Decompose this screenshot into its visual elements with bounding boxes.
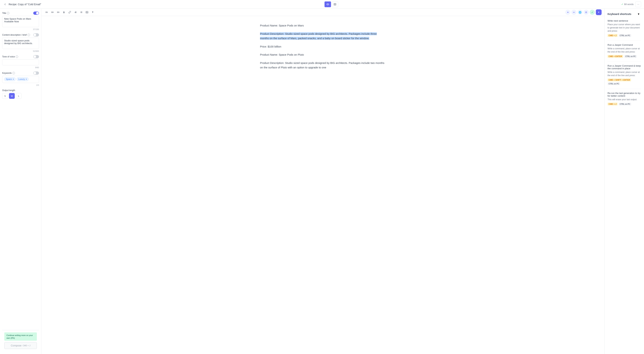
shortcut-desc-2: Write a command, place cursor at the end… <box>608 47 641 54</box>
progress-text: Continue writing more on your own (0%) <box>6 334 33 339</box>
header-left: Recipe: Copy of "Cold Email" <box>3 2 41 7</box>
shortcut-desc-3: Write a command, place cursor at the end… <box>608 71 641 77</box>
size-large-button[interactable]: L <box>16 93 22 99</box>
header-right: ✓ 68 words ··· <box>621 2 641 7</box>
h2-button[interactable]: H2 <box>50 10 55 15</box>
keywords-label: Keywords i <box>2 72 15 74</box>
title-label: Title i <box>2 12 9 15</box>
editor-document: Product Name: Space Pods on Mars Product… <box>260 23 386 70</box>
image-button[interactable] <box>84 10 90 15</box>
shortcut-desc-1: Place your cursor where you want to gene… <box>608 23 641 33</box>
svg-point-8 <box>80 12 81 12</box>
tone-label-row: Tone of voice i <box>2 55 39 58</box>
keywords-section: Keywords i Space × Luxury × 2/3 <box>2 71 39 86</box>
shortcut-key-ctrl-pc-4: CTRL on PC <box>619 103 631 105</box>
check-icon: ✓ <box>621 3 623 6</box>
svg-text:≡: ≡ <box>74 12 76 13</box>
page-title: Recipe: Copy of "Cold Email" <box>8 3 41 6</box>
shortcut-rerun: Re-run the last generation to try for be… <box>608 92 641 105</box>
paragraph-1: Product Name: Space Pods on Mars <box>260 23 386 28</box>
editor-toolbar-container: H1 H2 H3 B ≡ T ✦ ✏ <box>41 9 604 16</box>
title-input[interactable]: New Space Pods on Mars Available Now <box>2 16 39 27</box>
content-input[interactable]: Studio sized space pods designed by BIG … <box>2 38 39 49</box>
h3-button[interactable]: H3 <box>56 10 61 15</box>
back-button[interactable] <box>3 2 7 7</box>
sidebar-bottom: Continue writing more on your own (0%) C… <box>2 330 39 351</box>
svg-point-12 <box>80 13 81 13</box>
tone-input[interactable]: Friendly <box>2 59 39 65</box>
keywords-toggle[interactable] <box>33 71 39 75</box>
more-options-button[interactable]: ··· <box>636 2 641 7</box>
shortcut-key-cmd-j: CMD + J <box>608 34 618 37</box>
keywords-char-count: 2/3 <box>2 84 39 86</box>
shortcut-name-3: Run a Jasper Command & keep the command … <box>608 64 641 70</box>
ai-check-button[interactable]: ✓ <box>590 10 595 15</box>
ai-compose-button[interactable]: ▼ <box>596 9 602 15</box>
h1-button[interactable]: H1 <box>44 10 49 15</box>
keywords-label-row: Keywords i <box>2 71 39 75</box>
shortcut-key-cmd-enter: CMD + ENTER <box>608 55 623 58</box>
keywords-input[interactable]: Space × Luxury × <box>2 76 39 83</box>
ordered-list-button[interactable]: ≡ <box>73 10 78 15</box>
size-small-button[interactable]: S <box>2 93 8 99</box>
keywords-info-icon[interactable]: i <box>12 72 15 74</box>
collapse-panel-button[interactable]: ▼ <box>636 12 641 17</box>
title-label-row: Title i <box>2 12 39 15</box>
editor-content[interactable]: Product Name: Space Pods on Mars Product… <box>41 16 604 354</box>
title-toggle[interactable] <box>33 12 39 15</box>
content-toggle[interactable] <box>33 33 39 37</box>
size-medium-button[interactable]: M <box>9 93 15 99</box>
title-char-count: 37/150 <box>2 28 39 30</box>
shortcut-keys-2: CMD + ENTER CTRL on PC <box>608 55 641 58</box>
content-label-row: Content description / brief i <box>2 33 39 37</box>
paragraph-2: Product Description: Studio sized space … <box>260 32 386 41</box>
svg-rect-2 <box>334 4 335 5</box>
keyword-tag-space: Space × <box>4 77 16 81</box>
paragraph-4: Product Name: Space Pods on Pluto <box>260 52 386 57</box>
tone-toggle[interactable] <box>33 55 39 58</box>
keyword-remove-luxury[interactable]: × <box>26 78 27 80</box>
ai-action-icons: ✦ ✏ 🌐 ⚙ ✓ ▼ <box>565 9 602 15</box>
unordered-list-button[interactable] <box>79 10 84 15</box>
paragraph-3: Price: $100 billion <box>260 44 386 49</box>
keyword-remove-space[interactable]: × <box>12 78 14 80</box>
ai-pen-button[interactable]: ✏ <box>572 10 576 15</box>
preview-view-button[interactable] <box>324 2 331 7</box>
split-view-button[interactable] <box>332 2 338 7</box>
ai-settings-button[interactable]: ⚙ <box>584 10 589 15</box>
shortcut-desc-4: This will erase your last output. <box>608 98 641 101</box>
right-panel: Keyboard shortcuts ▼ Write next sentence… <box>604 9 644 354</box>
svg-point-1 <box>328 4 328 5</box>
right-panel-header: Keyboard shortcuts ▼ <box>608 12 641 17</box>
compose-shortcut: CMD + J <box>23 344 30 347</box>
shortcut-name-2: Run a Jasper Command <box>608 44 641 46</box>
shortcut-run-command-keep: Run a Jasper Command & keep the command … <box>608 64 641 85</box>
link-button[interactable] <box>67 10 72 15</box>
output-size-buttons: S M L <box>2 93 39 99</box>
paragraph-5: Product Description: Studio sized space … <box>260 61 386 70</box>
tone-info-icon[interactable]: i <box>16 55 18 58</box>
formatting-toolbar: H1 H2 H3 B ≡ T <box>44 9 95 16</box>
title-info-icon[interactable]: i <box>7 12 9 15</box>
ai-sparkle-button[interactable]: ✦ <box>565 10 570 15</box>
tone-label: Tone of voice i <box>2 55 18 58</box>
shortcut-key-cmd-shift-enter: CMD + SHIFT + ENTER <box>608 78 631 81</box>
tone-section: Tone of voice i Friendly 9/60 <box>2 55 39 69</box>
content-info-icon[interactable]: i <box>28 34 30 36</box>
left-sidebar: Title i New Space Pods on Mars Available… <box>0 9 41 354</box>
output-length-label: Output length <box>2 89 39 92</box>
clear-format-button[interactable]: T <box>90 10 95 15</box>
shortcut-run-command: Run a Jasper Command Write a command, pl… <box>608 44 641 58</box>
shortcut-name-1: Write next sentence <box>608 20 641 22</box>
title-section: Title i New Space Pods on Mars Available… <box>2 12 39 30</box>
bold-button[interactable]: B <box>62 10 66 15</box>
output-length-section: Output length S M L <box>2 89 39 99</box>
shortcut-name-4: Re-run the last generation to try for be… <box>608 92 641 97</box>
compose-button[interactable]: Compose CMD + J <box>4 342 37 349</box>
ai-globe-button[interactable]: 🌐 <box>578 10 582 15</box>
svg-point-10 <box>80 12 81 13</box>
content-label: Content description / brief i <box>2 34 30 36</box>
app-header: Recipe: Copy of "Cold Email" ✓ 68 words … <box>0 0 644 9</box>
tone-char-count: 9/60 <box>2 66 39 69</box>
shortcut-divider-3 <box>608 89 641 89</box>
